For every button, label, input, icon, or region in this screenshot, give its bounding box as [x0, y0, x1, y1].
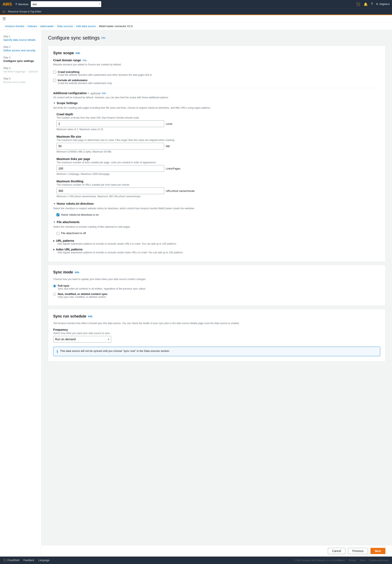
services-menu[interactable]: ⠿ Services	[15, 3, 28, 6]
resource-groups-link[interactable]: Resource Groups & Tag Editor	[8, 10, 42, 13]
file-attachments-header[interactable]: ▼ File attachments	[53, 220, 380, 224]
include-subdomains-checkbox[interactable]	[53, 79, 56, 82]
file-attachments-body: File attachment is off	[53, 232, 380, 235]
breadcrumb-indexes[interactable]: Indexes	[28, 25, 37, 28]
honor-robots-checkbox-label[interactable]: Honor robots.txt directives is on	[61, 213, 99, 216]
sync-schedule-title: Sync run schedule Info	[53, 314, 380, 319]
incremental-sync-radio[interactable]	[53, 293, 56, 296]
cancel-button[interactable]: Cancel	[328, 548, 346, 554]
search-clear-icon[interactable]: ×	[98, 3, 100, 6]
top-navigation: AWS ⠿ Services × ⬛ 🔔 ? N. Virginia ▾	[0, 0, 392, 8]
breadcrumb-sep-1: ›	[26, 25, 26, 28]
file-attachment-label[interactable]: File attachment is off	[61, 232, 86, 235]
max-links-desc: The maximum number of links crawled per …	[56, 161, 380, 164]
info-box-icon: ℹ	[57, 350, 58, 353]
sync-mode-info-link[interactable]: Info	[75, 271, 79, 274]
step-2-label: Step 2	[3, 45, 38, 48]
breadcrumb-sep-3: ›	[55, 25, 56, 28]
sub-navigation: 🏷 Resource Groups & Tag Editor	[0, 8, 392, 14]
honor-robots-arrow: ▼	[53, 202, 56, 205]
include-subdomains-label[interactable]: Include all subdomains	[58, 79, 87, 82]
help-icon[interactable]: ?	[371, 2, 373, 6]
max-file-size-label: Maximum file size	[56, 135, 380, 138]
honor-robots-header[interactable]: ▼ Honor robots.txt directives	[53, 202, 380, 205]
step-4-title: Set field mappings – optional	[3, 70, 38, 73]
crawl-depth-input[interactable]	[56, 120, 164, 127]
max-links-input[interactable]	[56, 165, 164, 172]
breadcrumb-kendra[interactable]: Amazon Kendra	[5, 25, 24, 28]
search-input[interactable]	[31, 1, 101, 7]
full-sync-row: Full sync Sync and index all contents in…	[53, 284, 380, 290]
max-file-size-input-row: MB	[56, 143, 380, 149]
crawl-depth-input-row: Level	[56, 120, 380, 127]
incremental-sync-label[interactable]: New, modified, or deleted content sync	[58, 293, 108, 296]
step-1-title[interactable]: Specify data source details	[3, 38, 38, 42]
sync-schedule-card: Sync run schedule Info Tell Amazon Kendr…	[48, 309, 385, 361]
include-subdomains-desc: Crawl the website domains with subdomain…	[58, 82, 112, 85]
frequency-desc: Select how often you want your data sour…	[53, 332, 380, 335]
max-links-group: Maximum links per page The maximum numbe…	[56, 157, 380, 175]
crawl-everything-checkbox[interactable]	[53, 70, 56, 73]
hamburger-icon[interactable]: ☰	[2, 16, 6, 21]
cloudshell-item[interactable]: ⬛ CloudShell	[3, 559, 19, 562]
additional-config-label: Additional configuration –	[53, 91, 89, 95]
file-attachments-desc: Select the checkbox to include crawling …	[53, 226, 380, 228]
step-1-label: Step 1	[3, 35, 38, 38]
max-file-size-input[interactable]	[56, 143, 164, 149]
url-patterns-desc: Add regular expression patterns to inclu…	[57, 242, 380, 245]
scope-settings-header[interactable]: ▼ Scope Settings	[53, 101, 380, 105]
breadcrumb-data-sources[interactable]: Data sources	[57, 25, 73, 28]
index-url-patterns-section: ▶ Index URL patterns Add regular express…	[53, 248, 380, 254]
sync-schedule-info-link[interactable]: Info	[88, 315, 93, 318]
full-sync-radio[interactable]	[53, 285, 56, 287]
scope-settings-body: Crawl depth The number of levels from th…	[53, 113, 380, 198]
file-attachment-checkbox[interactable]	[56, 232, 59, 235]
crawl-everything-label[interactable]: Crawl everything	[58, 70, 80, 73]
page-title-info-link[interactable]: Info	[101, 36, 105, 39]
cookie-pref-link[interactable]: Cookie preferences	[369, 559, 389, 562]
region-selector[interactable]: N. Virginia ▾	[376, 3, 390, 6]
page-title: Configure sync settings Info	[48, 35, 385, 41]
breadcrumb-add-data-source[interactable]: Add data source	[76, 25, 96, 28]
main-layout: Step 1 Specify data source details Step …	[0, 30, 392, 557]
search-bar: ×	[31, 1, 101, 7]
frequency-select[interactable]: Run on demand Hourly Daily Weekly Monthl…	[53, 336, 111, 342]
file-attachments-arrow: ▼	[53, 221, 56, 223]
max-links-input-row: Links/Pages	[56, 165, 380, 172]
index-url-patterns-header[interactable]: ▶ Index URL patterns	[53, 248, 380, 251]
breadcrumb: Amazon Kendra › Indexes › webcrawler › D…	[0, 23, 392, 30]
url-patterns-header[interactable]: ▶ URL patterns	[53, 239, 380, 242]
cloudshell-icon[interactable]: ⬛	[356, 2, 360, 6]
divider-1	[53, 88, 380, 88]
previous-button[interactable]: Previous	[348, 548, 368, 554]
language-item[interactable]: Language	[39, 559, 49, 562]
honor-robots-checkbox[interactable]	[56, 213, 59, 216]
info-box-text: This data source will not be synced unti…	[60, 349, 170, 352]
sync-scope-info-link[interactable]: Info	[76, 52, 80, 55]
terms-link[interactable]: Terms	[360, 559, 366, 562]
crawl-depth-label: Crawl depth	[56, 113, 380, 116]
max-links-label: Maximum links per page	[56, 157, 380, 161]
step-2-title[interactable]: Define access and security	[3, 49, 38, 52]
full-sync-label[interactable]: Full sync	[58, 284, 69, 287]
next-button[interactable]: Next	[370, 548, 385, 554]
additional-config-info-link[interactable]: Info	[102, 92, 106, 95]
max-file-size-hint: Minimum 0.000001 MB (1 byte). Maximum 50…	[56, 150, 380, 153]
crawl-domain-desc: Website domains you added to Source are …	[53, 63, 380, 66]
step-3-title[interactable]: Configure sync settings	[3, 59, 38, 62]
bell-icon[interactable]: 🔔	[364, 2, 368, 6]
feedback-item[interactable]: Feedback	[23, 559, 34, 562]
privacy-link[interactable]: Privacy	[349, 559, 356, 562]
step-3-label: Step 3	[3, 56, 38, 59]
sidebar: Step 1 Specify data source details Step …	[0, 30, 42, 557]
crawl-domain-info-link[interactable]: Info	[83, 59, 87, 62]
honor-robots-title: Honor robots.txt directives	[57, 202, 94, 205]
max-throttling-input[interactable]	[56, 187, 164, 194]
scope-settings-section: ▼ Scope Settings Set limits for crawling…	[53, 101, 380, 198]
max-throttling-group: Maximum throttling The maximum number of…	[56, 180, 380, 198]
sync-mode-card: Sync mode Info Choose how you want to up…	[48, 265, 385, 306]
additional-config-desc: All content will be indexed by default. …	[53, 96, 380, 99]
bottom-bar: ⬛ CloudShell Feedback Language © 2023, A…	[0, 557, 392, 564]
bottom-bar-right: © 2023, Amazon Web Services, Inc. or its…	[294, 559, 389, 562]
breadcrumb-webcrawler[interactable]: webcrawler	[40, 25, 54, 28]
